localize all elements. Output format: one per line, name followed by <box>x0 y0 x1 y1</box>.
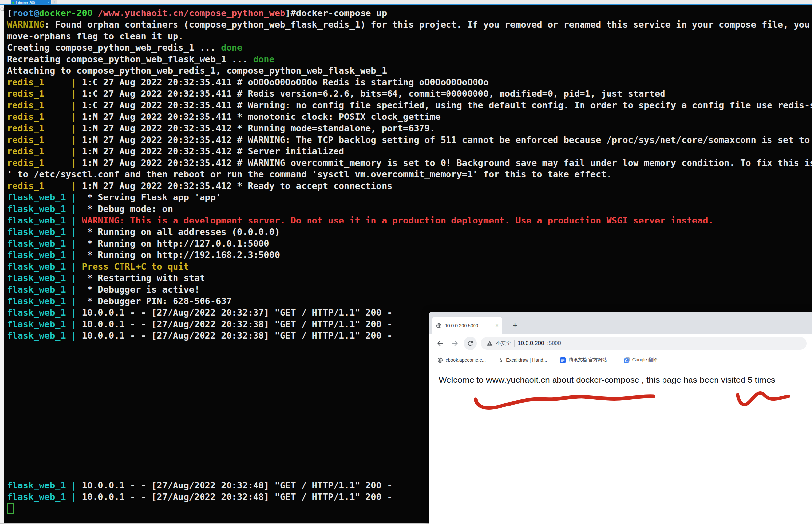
terminal-line: ' to /etc/sysctl.conf and then reboot or… <box>7 168 812 180</box>
bookmark-item-excalidraw[interactable]: Excalidraw | Hand... <box>499 358 547 363</box>
terminal-line: redis_1 | 1:M 27 Aug 2022 20:32:35.411 *… <box>7 111 812 122</box>
globe-icon <box>437 358 443 363</box>
back-arrow-icon <box>436 339 444 347</box>
terminal-line: [root@docker-200 /www.yuchaoit.cn/compos… <box>7 7 812 19</box>
page-welcome-text: Welcome to www.yuchaoit.cn about docker-… <box>439 375 812 385</box>
bookmark-item-tencent-docs[interactable]: 腾讯文档-官方网站... <box>560 357 611 363</box>
terminal-line: flask_web_1 | * Running on http://192.16… <box>7 249 812 261</box>
browser-window: 10.0.0.200:5000 × + <box>429 312 812 524</box>
red-marker-annotations <box>429 375 812 524</box>
bookmark-item-google-translate[interactable]: G Google 翻译 <box>624 357 657 363</box>
page-content: Welcome to www.yuchaoit.cn about docker-… <box>429 375 812 524</box>
bookmark-label: ebook.apecome.c... <box>445 358 486 363</box>
red-underline-stroke <box>476 396 653 408</box>
terminal-line: flask_web_1 | * Running on all addresses… <box>7 226 812 238</box>
terminal-line: flask_web_1 | * Debugger is active! <box>7 284 812 295</box>
terminal-cursor <box>7 503 14 514</box>
red-squiggle-stroke <box>737 393 788 405</box>
bookmark-item-ebook[interactable]: ebook.apecome.c... <box>437 358 486 363</box>
xshell-tab-close-icon[interactable]: × <box>48 1 50 4</box>
xshell-session-tab[interactable]: 1 docker-200 × <box>11 0 51 5</box>
reload-icon <box>467 340 474 347</box>
terminal-line: flask_web_1 | Press CTRL+C to quit <box>7 261 812 272</box>
url-bar[interactable]: 不安全 10.0.0.200:5000 <box>481 337 807 349</box>
terminal-line: WARNING: Found orphan containers (compos… <box>7 19 812 30</box>
xshell-tab-bar <box>0 0 812 4</box>
terminal-line: flask_web_1 | WARNING: This is a develop… <box>7 215 812 226</box>
terminal-line: Recreating compose_python_web_flask_web_… <box>7 53 812 65</box>
bookmark-label: Google 翻译 <box>632 357 657 363</box>
terminal-line: flask_web_1 | * Serving Flask app 'app' <box>7 192 812 203</box>
url-host: 10.0.0.200 <box>518 340 544 347</box>
browser-new-tab-button[interactable]: + <box>509 319 521 331</box>
terminal-line: Attaching to compose_python_web_redis_1,… <box>7 65 812 76</box>
xshell-tab-label: 1 docker-200 <box>15 1 35 5</box>
xshell-accent-line <box>0 4 812 5</box>
forward-button[interactable] <box>449 337 462 350</box>
terminal-line: Creating compose_python_web_redis_1 ... … <box>7 42 812 53</box>
url-separator <box>514 340 515 347</box>
bookmark-label: Excalidraw | Hand... <box>506 358 547 363</box>
terminal-line: redis_1 | 1:M 27 Aug 2022 20:32:35.412 #… <box>7 134 812 146</box>
google-translate-icon: G <box>624 358 630 363</box>
bookmarks-bar: ebook.apecome.c... Excalidraw | Hand... … <box>429 352 812 368</box>
browser-tab-title: 10.0.0.200:5000 <box>445 323 492 328</box>
tencent-docs-icon <box>560 358 566 363</box>
magnifier-icon <box>0 7 5 12</box>
terminal-line: redis_1 | 1:M 27 Aug 2022 20:32:35.412 *… <box>7 122 812 134</box>
excalidraw-icon <box>499 358 503 363</box>
session-connected-dot <box>12 2 14 4</box>
svg-text:G: G <box>625 359 628 362</box>
bookmark-label: 腾讯文档-官方网站... <box>568 357 611 363</box>
left-edge-panel <box>0 4 4 523</box>
terminal-line: redis_1 | 1:C 27 Aug 2022 20:32:35.411 #… <box>7 88 812 99</box>
xshell-new-tab-button[interactable]: + <box>52 0 56 4</box>
terminal-line: flask_web_1 | * Debug mode: on <box>7 203 812 215</box>
back-button[interactable] <box>433 337 446 350</box>
terminal-line: redis_1 | 1:C 27 Aug 2022 20:32:35.411 #… <box>7 99 812 111</box>
browser-tab[interactable]: 10.0.0.200:5000 × <box>432 317 502 334</box>
terminal-line: move-orphans flag to clean it up. <box>7 30 812 42</box>
security-label: 不安全 <box>496 340 511 347</box>
forward-arrow-icon <box>451 339 459 347</box>
not-secure-warning-icon <box>487 340 492 346</box>
reload-button[interactable] <box>464 337 477 350</box>
terminal-line: flask_web_1 | * Debugger PIN: 628-506-63… <box>7 295 812 307</box>
terminal-line: flask_web_1 | * Restarting with stat <box>7 272 812 284</box>
browser-toolbar: 不安全 10.0.0.200:5000 <box>429 334 812 352</box>
browser-tab-close-icon[interactable]: × <box>495 322 499 329</box>
terminal-line: redis_1 | 1:M 27 Aug 2022 20:32:35.412 #… <box>7 146 812 157</box>
terminal-line: redis_1 | 1:M 27 Aug 2022 20:32:35.412 #… <box>7 157 812 168</box>
terminal-line: redis_1 | 1:C 27 Aug 2022 20:32:35.411 #… <box>7 76 812 88</box>
browser-tab-strip: 10.0.0.200:5000 × + <box>429 312 812 334</box>
globe-icon <box>436 323 441 328</box>
screen: [root@docker-200 /www.yuchaoit.cn/compos… <box>0 0 812 524</box>
url-port: :5000 <box>547 340 561 347</box>
terminal-line: flask_web_1 | * Running on http://127.0.… <box>7 238 812 249</box>
terminal-line: redis_1 | 1:M 27 Aug 2022 20:32:35.412 *… <box>7 180 812 192</box>
